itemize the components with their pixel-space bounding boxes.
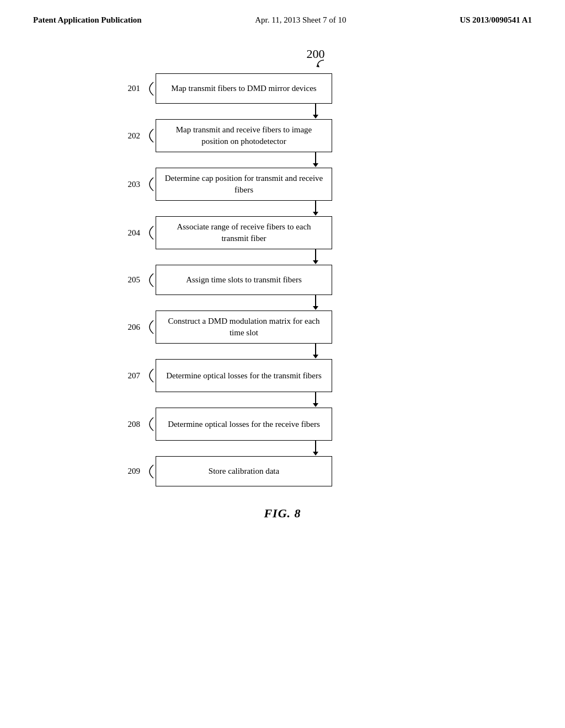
- arrow-1: [313, 104, 318, 119]
- step-206-box: Construct a DMD modulation matrix for ea…: [156, 311, 332, 344]
- step-204-box: Associate range of receive fibers to eac…: [156, 216, 332, 249]
- step-203-bracket-icon: [143, 176, 156, 192]
- arrow-6: [313, 344, 318, 359]
- step-209-bracket-icon: [143, 464, 156, 479]
- flowchart: 201 Map transmit fibers to DMD mirror de…: [89, 73, 476, 486]
- publication-label: Patent Application Publication: [33, 15, 142, 25]
- step-203-box: Determine cap position for transmit and …: [156, 168, 332, 201]
- step-206-bracket-icon: [143, 319, 156, 335]
- step-206-number: 206: [128, 323, 141, 332]
- step-209-label-area: 209: [89, 464, 156, 479]
- step-201-number: 201: [128, 84, 141, 93]
- step-209-row: 209 Store calibration data: [89, 456, 476, 486]
- date-sheet-label: Apr. 11, 2013 Sheet 7 of 10: [255, 15, 346, 25]
- step-207-box: Determine optical losses for the transmi…: [156, 359, 332, 392]
- step-209-number: 209: [128, 467, 141, 476]
- diagram-container: 200 201 Map transmit fibers to DMD mirro…: [0, 47, 565, 521]
- step-202-label-area: 202: [89, 128, 156, 143]
- step-204-number: 204: [128, 228, 141, 238]
- step-208-label-area: 208: [89, 416, 156, 432]
- diagram-arrow-icon: [313, 59, 329, 71]
- step-201-box: Map transmit fibers to DMD mirror device…: [156, 73, 332, 104]
- step-205-number: 205: [128, 275, 141, 285]
- step-207-label-area: 207: [89, 368, 156, 383]
- step-205-label-area: 205: [89, 272, 156, 288]
- arrow-5: [313, 295, 318, 311]
- step-207-number: 207: [128, 371, 141, 381]
- step-209-box: Store calibration data: [156, 456, 332, 486]
- step-206-row: 206 Construct a DMD modulation matrix fo…: [89, 311, 476, 344]
- step-208-bracket-icon: [143, 416, 156, 432]
- arrow-2: [313, 152, 318, 168]
- step-206-label-area: 206: [89, 319, 156, 335]
- arrow-3: [313, 201, 318, 216]
- step-205-bracket-icon: [143, 272, 156, 288]
- step-205-box: Assign time slots to transmit fibers: [156, 265, 332, 295]
- step-201-bracket-icon: [143, 81, 156, 97]
- step-203-label-area: 203: [89, 176, 156, 192]
- step-202-bracket-icon: [143, 128, 156, 143]
- step-202-number: 202: [128, 131, 141, 141]
- patent-number-label: US 2013/0090541 A1: [460, 15, 532, 25]
- step-205-row: 205 Assign time slots to transmit fibers: [89, 265, 476, 295]
- figure-caption: FIG. 8: [264, 506, 301, 521]
- arrow-7: [313, 392, 318, 408]
- step-202-row: 202 Map transmit and receive fibers to i…: [89, 119, 476, 152]
- step-201-label-area: 201: [89, 81, 156, 97]
- step-203-number: 203: [128, 180, 141, 189]
- step-204-label-area: 204: [89, 225, 156, 240]
- step-204-bracket-icon: [143, 225, 156, 240]
- arrow-8: [313, 441, 318, 456]
- step-208-row: 208 Determine optical losses for the rec…: [89, 408, 476, 441]
- step-201-row: 201 Map transmit fibers to DMD mirror de…: [89, 73, 476, 104]
- step-204-row: 204 Associate range of receive fibers to…: [89, 216, 476, 249]
- arrow-4: [313, 249, 318, 265]
- page-header: Patent Application Publication Apr. 11, …: [0, 0, 565, 25]
- step-207-row: 207 Determine optical losses for the tra…: [89, 359, 476, 392]
- step-208-box: Determine optical losses for the receive…: [156, 408, 332, 441]
- step-202-box: Map transmit and receive fibers to image…: [156, 119, 332, 152]
- step-207-bracket-icon: [143, 368, 156, 383]
- step-208-number: 208: [128, 420, 141, 429]
- step-203-row: 203 Determine cap position for transmit …: [89, 168, 476, 201]
